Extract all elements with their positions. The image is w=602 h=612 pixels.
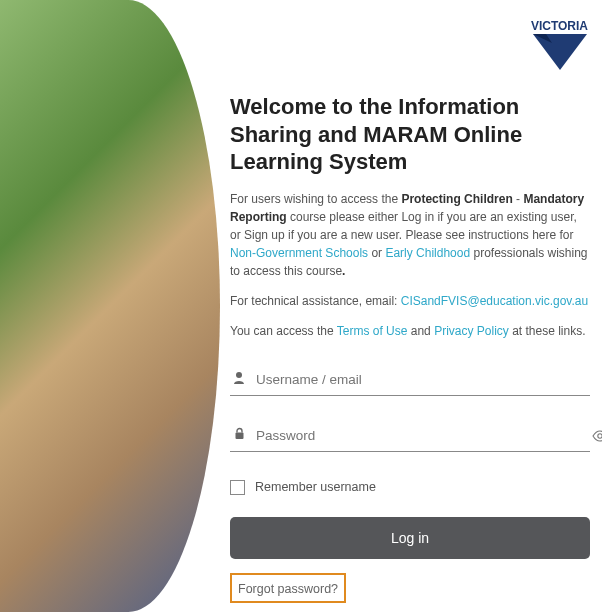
page-title: Welcome to the Information Sharing and M…: [230, 93, 590, 176]
access-paragraph: You can access the Terms of Use and Priv…: [230, 322, 590, 340]
intro-text: .: [342, 264, 345, 278]
user-icon: [230, 371, 248, 387]
forgot-highlight: Forgot password?: [230, 573, 346, 603]
eye-icon[interactable]: [592, 428, 602, 445]
svg-point-2: [236, 372, 242, 378]
svg-point-4: [598, 433, 602, 437]
access-text: and: [407, 324, 434, 338]
remember-checkbox[interactable]: [230, 480, 245, 495]
victoria-logo: VICTORIA: [500, 18, 590, 73]
tech-assist-paragraph: For technical assistance, email: CISandF…: [230, 292, 590, 310]
svg-rect-3: [235, 433, 243, 440]
hero-image: [0, 0, 220, 612]
tech-text: For technical assistance, email:: [230, 294, 401, 308]
tech-email-link[interactable]: CISandFVIS@education.vic.gov.au: [401, 294, 588, 308]
access-text: You can access the: [230, 324, 337, 338]
intro-bold: Protecting Children: [401, 192, 512, 206]
non-gov-schools-link[interactable]: Non-Government Schools: [230, 246, 368, 260]
early-childhood-link[interactable]: Early Childhood: [385, 246, 470, 260]
intro-text: -: [513, 192, 524, 206]
svg-marker-0: [533, 34, 587, 70]
lock-icon: [230, 427, 248, 443]
remember-label: Remember username: [255, 480, 376, 494]
login-panel: VICTORIA Welcome to the Information Shar…: [230, 0, 590, 612]
username-field-wrap: [230, 368, 590, 396]
intro-paragraph: For users wishing to access the Protecti…: [230, 190, 590, 280]
logo-wrap: VICTORIA: [230, 18, 590, 73]
forgot-password-link[interactable]: Forgot password?: [238, 582, 338, 596]
intro-text: For users wishing to access the: [230, 192, 401, 206]
privacy-policy-link[interactable]: Privacy Policy: [434, 324, 509, 338]
logo-text: VICTORIA: [531, 19, 588, 33]
terms-of-use-link[interactable]: Terms of Use: [337, 324, 408, 338]
login-button[interactable]: Log in: [230, 517, 590, 559]
remember-row: Remember username: [230, 480, 590, 495]
password-field-wrap: [230, 424, 590, 452]
password-input[interactable]: [256, 424, 590, 447]
intro-text: or: [368, 246, 385, 260]
access-text: at these links.: [509, 324, 586, 338]
username-input[interactable]: [256, 368, 590, 391]
